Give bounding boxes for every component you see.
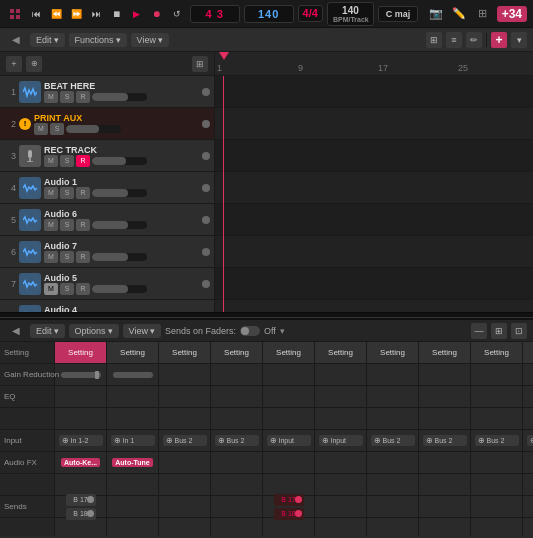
plus-button[interactable]: +34	[497, 6, 527, 22]
arrange-functions-btn[interactable]: Functions ▾	[69, 33, 127, 47]
loop-button[interactable]: ↺	[168, 5, 186, 23]
input-dropdown[interactable]: ⊕ Bus 2	[371, 435, 415, 446]
send-btn-b18[interactable]: B 18	[274, 508, 304, 520]
arrange-edit-btn[interactable]: Edit ▾	[30, 33, 65, 47]
sends-cell[interactable]: B 17 B 18	[55, 496, 106, 518]
track-row[interactable]: 4 Audio 1 M S R	[0, 172, 214, 204]
send-btn-b17[interactable]: B 17	[274, 494, 304, 506]
skip-end-button[interactable]: ⏭	[88, 5, 106, 23]
mixer-view-btn[interactable]: View ▾	[123, 324, 161, 338]
track-fader[interactable]	[92, 221, 147, 229]
record-arm-button[interactable]: R	[76, 187, 90, 199]
mute-button[interactable]: M	[44, 91, 58, 103]
track-row[interactable]: 1 BEAT HERE M S R	[0, 76, 214, 108]
time-position-display[interactable]: 4 3	[190, 5, 240, 23]
channel-header[interactable]: Setting	[419, 342, 470, 364]
input-dropdown[interactable]: ⊕ Bus 2	[163, 435, 207, 446]
track-row[interactable]: 5 Audio 6 M S R	[0, 204, 214, 236]
input-cell[interactable]: ⊕ Bus 2	[211, 430, 262, 452]
mute-button[interactable]: M	[44, 155, 58, 167]
sends-dropdown-icon[interactable]: ▾	[280, 326, 285, 336]
input-dropdown[interactable]: ⊕ Bus 2	[475, 435, 519, 446]
record-arm-button[interactable]: R	[76, 155, 90, 167]
track-row[interactable]: 7 Audio 5 M S R	[0, 268, 214, 300]
mixer-edit-btn[interactable]: Edit ▾	[30, 324, 65, 338]
input-dropdown[interactable]: ⊕ Bus 2	[423, 435, 467, 446]
app-icon[interactable]	[6, 5, 24, 23]
track-fader[interactable]	[92, 93, 147, 101]
time-seconds-display[interactable]: 140	[244, 5, 294, 23]
rewind-button[interactable]: ⏮	[28, 5, 46, 23]
input-dropdown[interactable]: ⊕ Bus 2	[215, 435, 259, 446]
mute-button[interactable]: M	[34, 123, 48, 135]
track-fader[interactable]	[92, 253, 147, 261]
track-row[interactable]: 6 Audio 7 M S R	[0, 236, 214, 268]
track-row[interactable]: 8 Audio 4 M S R	[0, 300, 214, 312]
track-volume-knob[interactable]	[202, 120, 210, 128]
track-volume-knob[interactable]	[202, 184, 210, 192]
track-fader[interactable]	[92, 157, 147, 165]
time-signature-display[interactable]: 4/4	[298, 5, 323, 22]
channel-header[interactable]: Setting	[263, 342, 314, 364]
add-track-btn[interactable]: +	[491, 32, 507, 48]
track-volume-knob[interactable]	[202, 152, 210, 160]
track-row[interactable]: 3 REC TRACK M S R	[0, 140, 214, 172]
fx-cell[interactable]: Auto-Ke...	[55, 452, 106, 474]
track-lane[interactable]	[215, 300, 533, 312]
mixer-collapse-icon[interactable]: —	[471, 323, 487, 339]
add-track-icon[interactable]: +	[6, 56, 22, 72]
track-volume-knob[interactable]	[202, 248, 210, 256]
channel-header[interactable]: Setting	[159, 342, 210, 364]
forward-button[interactable]: ⏩	[68, 5, 86, 23]
pencil-icon-btn[interactable]: ✏️	[450, 5, 470, 23]
track-lane[interactable]	[215, 76, 533, 108]
record-arm-button[interactable]: R	[76, 283, 90, 295]
input-dropdown[interactable]: ⊕ In 1-2	[59, 435, 103, 446]
track-volume-knob[interactable]	[202, 216, 210, 224]
record-arm-button[interactable]: R	[76, 219, 90, 231]
back-button[interactable]: ⏪	[48, 5, 66, 23]
track-lane[interactable]	[215, 236, 533, 268]
grid-track-icon[interactable]: ⊞	[192, 56, 208, 72]
channel-header[interactable]: Setting	[315, 342, 366, 364]
channel-header[interactable]: Setting	[211, 342, 262, 364]
solo-button[interactable]: S	[60, 187, 74, 199]
record-button[interactable]: ⏺	[148, 5, 166, 23]
record-arm-button[interactable]: R	[76, 251, 90, 263]
input-cell[interactable]: ⊕ Input	[315, 430, 366, 452]
mute-button[interactable]: M	[44, 283, 58, 295]
sends-toggle[interactable]	[240, 326, 260, 336]
mixer-options-btn[interactable]: Options ▾	[69, 324, 119, 338]
solo-button[interactable]: S	[50, 123, 64, 135]
track-lane[interactable]	[215, 108, 533, 140]
input-dropdown[interactable]: ⊕ Input	[267, 435, 311, 446]
solo-button[interactable]: S	[60, 283, 74, 295]
camera-icon-btn[interactable]: 📷	[426, 5, 446, 23]
grid-icon-btn[interactable]: ⊞	[473, 5, 493, 23]
input-cell[interactable]: ⊕ Bus 2	[159, 430, 210, 452]
fx-cell[interactable]: Auto-Tune	[107, 452, 158, 474]
input-cell[interactable]: ⊕ In 1	[107, 430, 158, 452]
track-fader[interactable]	[92, 285, 147, 293]
track-lane[interactable]	[215, 268, 533, 300]
mute-button[interactable]: M	[44, 187, 58, 199]
track-fader[interactable]	[66, 125, 121, 133]
channel-header[interactable]: Setting	[471, 342, 522, 364]
mixer-expand-icon[interactable]: ⊡	[511, 323, 527, 339]
plugin-chip[interactable]: Auto-Ke...	[61, 458, 100, 467]
track-volume-knob[interactable]	[202, 312, 210, 313]
key-display[interactable]: C maj	[378, 6, 418, 22]
solo-button[interactable]: S	[60, 219, 74, 231]
solo-button[interactable]: S	[60, 91, 74, 103]
pencil-tool-btn[interactable]: ✏	[466, 32, 482, 48]
arrange-view-btn[interactable]: View ▾	[131, 33, 169, 47]
midi-icon[interactable]: ⊕	[26, 56, 42, 72]
track-lane[interactable]	[215, 172, 533, 204]
sends-cell[interactable]: B 17 B 18	[263, 496, 314, 518]
track-volume-knob[interactable]	[202, 280, 210, 288]
input-dropdown[interactable]: ⊕ In 1	[111, 435, 155, 446]
record-arm-button[interactable]: R	[76, 91, 90, 103]
track-row[interactable]: 2 ! PRINT AUX M S	[0, 108, 214, 140]
input-cell[interactable]: ⊕ Bus 2	[367, 430, 418, 452]
grid-view-btn[interactable]: ⊞	[426, 32, 442, 48]
